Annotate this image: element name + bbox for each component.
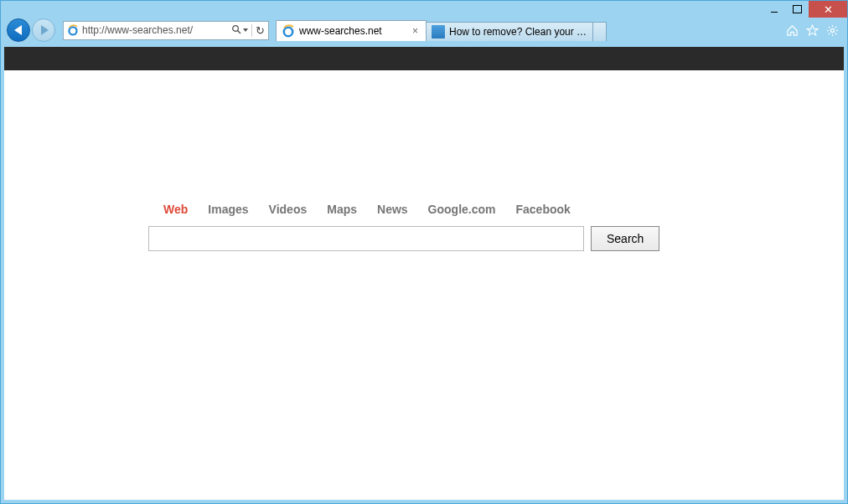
search-input[interactable] [148, 226, 584, 251]
window-minimize-button[interactable] [763, 1, 785, 18]
svg-point-4 [830, 28, 834, 32]
category-maps[interactable]: Maps [327, 203, 357, 216]
tab-close-button[interactable]: × [410, 26, 421, 37]
category-news[interactable]: News [377, 203, 408, 216]
category-facebook[interactable]: Facebook [516, 203, 571, 216]
nav-buttons [6, 18, 56, 43]
window-maximize-button[interactable] [785, 1, 809, 18]
window-close-button[interactable]: ✕ [809, 1, 847, 18]
svg-point-1 [233, 26, 239, 32]
refresh-button[interactable]: ↻ [256, 24, 265, 37]
browser-toolbar: ↻ www-searches.net × How to remove? Clea… [0, 18, 848, 44]
forward-button[interactable] [31, 18, 56, 43]
category-row: Web Images Videos Maps News Google.com F… [163, 203, 685, 216]
svg-line-11 [828, 33, 830, 34]
svg-point-0 [69, 27, 76, 34]
address-bar: ↻ [63, 21, 269, 40]
separator [251, 24, 252, 37]
window-titlebar: ✕ [0, 0, 848, 18]
page-body: Web Images Videos Maps News Google.com F… [4, 47, 844, 500]
tab-active[interactable]: www-searches.net × [276, 20, 427, 41]
dropdown-icon[interactable] [243, 28, 248, 32]
url-input[interactable] [82, 22, 228, 39]
ie-icon [282, 24, 295, 38]
tab-title: How to remove? Clean your co... [449, 26, 587, 38]
svg-point-3 [284, 28, 292, 36]
content-frame: Web Images Videos Maps News Google.com F… [0, 44, 848, 504]
category-web[interactable]: Web [163, 203, 188, 216]
back-button[interactable] [6, 18, 31, 43]
favorites-icon[interactable] [805, 23, 819, 37]
arrow-left-icon [14, 25, 22, 35]
category-videos[interactable]: Videos [269, 203, 308, 216]
svg-line-12 [835, 26, 836, 28]
home-icon[interactable] [785, 23, 799, 37]
svg-line-10 [835, 33, 836, 34]
new-tab-button[interactable] [593, 22, 607, 41]
tab-strip: www-searches.net × How to remove? Clean … [276, 19, 607, 41]
svg-line-2 [238, 31, 240, 33]
toolbar-right-icons [785, 23, 842, 37]
address-controls: ↻ [228, 24, 268, 37]
arrow-right-icon [41, 25, 49, 35]
search-block: Web Images Videos Maps News Google.com F… [148, 203, 685, 251]
header-bar [4, 47, 844, 70]
trash-icon [432, 25, 445, 39]
search-icon[interactable] [231, 24, 241, 36]
search-row: Search [148, 226, 685, 251]
tab-title: www-searches.net [299, 25, 406, 37]
category-google[interactable]: Google.com [428, 203, 496, 216]
search-button[interactable]: Search [591, 226, 659, 251]
gear-icon[interactable] [825, 23, 839, 37]
tab-inactive[interactable]: How to remove? Clean your co... [426, 22, 593, 41]
ie-icon [67, 24, 79, 36]
category-images[interactable]: Images [208, 203, 248, 216]
svg-line-9 [828, 26, 830, 28]
